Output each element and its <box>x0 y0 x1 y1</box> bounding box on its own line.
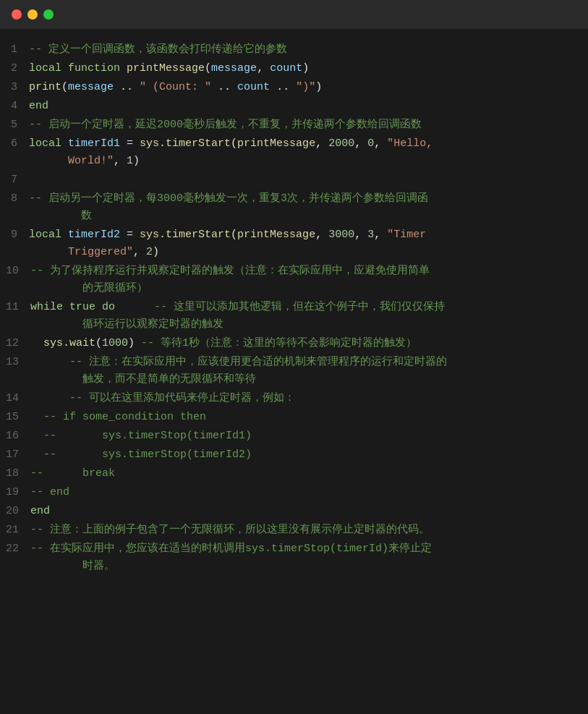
code-line: 2 local function printMessage(message, c… <box>0 59 588 78</box>
line-content: while true do -- 这里可以添加其他逻辑，但在这个例子中，我们仅仅… <box>30 299 588 333</box>
line-number: 1 <box>0 41 29 59</box>
line-content: -- 定义一个回调函数，该函数会打印传递给它的参数 <box>29 41 588 59</box>
code-line: 7 <box>0 171 588 190</box>
close-button[interactable] <box>12 9 22 20</box>
code-line: 11 while true do -- 这里可以添加其他逻辑，但在这个例子中，我… <box>0 298 588 334</box>
code-line: 4 end <box>0 97 588 116</box>
line-content: print(message .. " (Count: " .. count ..… <box>29 79 588 96</box>
line-number: 8 <box>0 190 29 208</box>
line-content: -- 可以在这里添加代码来停止定时器，例如： <box>30 390 588 407</box>
line-content: -- 在实际应用中，您应该在适当的时机调用sys.timerStop(timer… <box>30 540 588 575</box>
maximize-button[interactable] <box>43 9 54 20</box>
line-content: local timerId1 = sys.timerStart(printMes… <box>29 135 588 170</box>
line-number: 4 <box>0 98 29 115</box>
line-number: 2 <box>0 60 29 77</box>
line-number: 20 <box>0 503 30 520</box>
line-number: 6 <box>0 135 29 153</box>
line-content: end <box>29 98 588 115</box>
code-line: 14 -- 可以在这里添加代码来停止定时器，例如： <box>0 389 588 408</box>
code-line: 9 local timerId2 = sys.timerStart(printM… <box>0 226 588 262</box>
line-content: -- 注意：上面的例子包含了一个无限循环，所以这里没有展示停止定时器的代码。 <box>30 522 588 539</box>
line-number: 13 <box>0 354 30 371</box>
line-content: -- 为了保持程序运行并观察定时器的触发（注意：在实际应用中，应避免使用简单 的… <box>30 263 588 297</box>
line-number: 5 <box>0 116 29 134</box>
line-content: -- sys.timerStop(timerId1) <box>30 428 588 445</box>
title-bar <box>0 0 588 29</box>
code-container: 1 -- 定义一个回调函数，该函数会打印传递给它的参数 2 local func… <box>0 29 588 714</box>
code-line: 12 sys.wait(1000) -- 等待1秒（注意：这里的等待不会影响定时… <box>0 334 588 353</box>
line-number: 17 <box>0 446 30 464</box>
line-number: 19 <box>0 484 30 501</box>
line-content: -- 启动一个定时器，延迟2000毫秒后触发，不重复，并传递两个参数给回调函数 <box>29 116 588 134</box>
line-number: 7 <box>0 171 29 189</box>
code-line: 1 -- 定义一个回调函数，该函数会打印传递给它的参数 <box>0 41 588 59</box>
line-content: -- end <box>30 484 588 501</box>
line-number: 14 <box>0 390 30 407</box>
code-line: 10 -- 为了保持程序运行并观察定时器的触发（注意：在实际应用中，应避免使用简… <box>0 262 588 298</box>
line-number: 12 <box>0 335 30 352</box>
code-line: 21 -- 注意：上面的例子包含了一个无限循环，所以这里没有展示停止定时器的代码… <box>0 521 588 540</box>
line-number: 16 <box>0 428 30 445</box>
code-line: 17 -- sys.timerStop(timerId2) <box>0 446 588 464</box>
line-content: -- sys.timerStop(timerId2) <box>30 446 588 464</box>
line-content: -- if some_condition then <box>30 409 588 426</box>
line-content: local function printMessage(message, cou… <box>29 60 588 77</box>
line-number: 10 <box>0 263 30 280</box>
line-number: 15 <box>0 409 30 426</box>
line-content: local timerId2 = sys.timerStart(printMes… <box>29 226 588 261</box>
line-number: 22 <box>0 540 30 558</box>
line-content: -- break <box>30 465 588 483</box>
line-number: 9 <box>0 226 29 244</box>
line-number: 3 <box>0 79 29 96</box>
code-line: 18 -- break <box>0 464 588 483</box>
line-number: 11 <box>0 299 30 316</box>
code-line: 15 -- if some_condition then <box>0 408 588 427</box>
code-line: 19 -- end <box>0 483 588 502</box>
minimize-button[interactable] <box>27 9 38 20</box>
code-line: 13 -- 注意：在实际应用中，应该使用更合适的机制来管理程序的运行和定时器的 … <box>0 353 588 389</box>
line-number: 18 <box>0 465 30 483</box>
line-content: end <box>30 503 588 520</box>
code-line: 5 -- 启动一个定时器，延迟2000毫秒后触发，不重复，并传递两个参数给回调函… <box>0 116 588 135</box>
code-line: 6 local timerId1 = sys.timerStart(printM… <box>0 135 588 171</box>
code-line: 3 print(message .. " (Count: " .. count … <box>0 78 588 97</box>
code-line: 8 -- 启动另一个定时器，每3000毫秒触发一次，重复3次，并传递两个参数给回… <box>0 190 588 226</box>
code-line: 22 -- 在实际应用中，您应该在适当的时机调用sys.timerStop(ti… <box>0 540 588 576</box>
line-content: -- 启动另一个定时器，每3000毫秒触发一次，重复3次，并传递两个参数给回调函… <box>29 190 588 225</box>
line-number: 21 <box>0 522 30 539</box>
line-content: sys.wait(1000) -- 等待1秒（注意：这里的等待不会影响定时器的触… <box>30 335 588 352</box>
line-content: -- 注意：在实际应用中，应该使用更合适的机制来管理程序的运行和定时器的 触发，… <box>30 354 588 388</box>
code-line: 16 -- sys.timerStop(timerId1) <box>0 427 588 446</box>
code-line: 20 end <box>0 502 588 521</box>
